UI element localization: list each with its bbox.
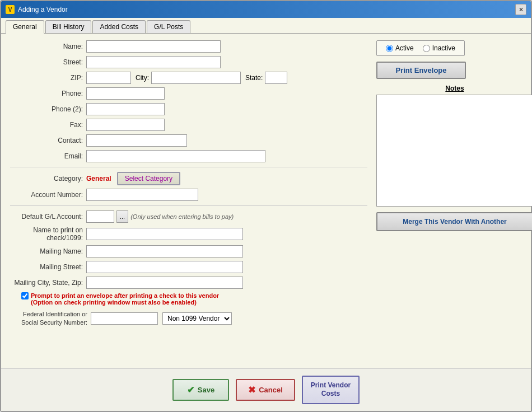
save-check-icon: ✔ [187,385,194,395]
active-radio[interactable] [386,45,393,52]
fax-row: Fax: [10,119,367,131]
vendor-type-select[interactable]: Non 1099 Vendor 1099 Vendor [162,312,232,325]
city-label: City: [136,74,149,82]
city-input[interactable] [151,72,241,84]
save-label: Save [198,386,214,394]
contact-label: Contact: [10,137,83,144]
street-input[interactable] [86,56,221,68]
tab-general[interactable]: General [6,20,44,34]
name-label: Name: [10,43,83,50]
gl-account-label: Default G/L Account: [10,213,83,221]
zip-city-state-row: ZIP: City: State: [10,72,367,84]
tab-bar: General Bill History Added Costs G/L Pos… [1,18,531,34]
phone-input[interactable] [86,87,165,100]
active-radio-label: Active [395,44,414,52]
state-input[interactable] [265,72,287,84]
category-label: Category: [10,175,83,182]
gl-hint: (Only used when entering bills to pay) [130,213,234,220]
mailing-street-label: Mailing Street: [10,263,83,271]
street-row: Street: [10,56,367,68]
envelope-checkbox-label: Prompt to print an envelope after printi… [31,292,219,306]
gl-account-row: Default G/L Account: ... (Only used when… [10,210,367,223]
form-section: Name: Street: ZIP: City: State: [10,40,522,327]
close-button[interactable]: ✕ [515,4,526,15]
envelope-checkbox-row: Prompt to print an envelope after printi… [21,292,367,306]
cancel-label: Cancel [259,386,283,394]
notes-section: Notes [376,85,532,207]
merge-vendor-button[interactable]: Merge This Vendor With Another [376,212,532,231]
mailing-name-row: Mailing Name: [10,245,367,258]
print-vendor-costs-button[interactable]: Print Vendor Costs [302,376,360,404]
print-costs-line2: Costs [321,390,340,397]
street-label: Street: [10,58,83,66]
phone-row: Phone: [10,87,367,100]
federal-id-input[interactable] [91,312,158,325]
contact-input[interactable] [86,134,187,147]
phone2-row: Phone (2): [10,103,367,115]
email-label: Email: [10,152,83,160]
envelope-checkbox[interactable] [21,292,29,299]
status-radio-group: Active Inactive [376,40,465,56]
name-on-check-row: Name to print on check/1099: [10,226,367,242]
print-costs-line1: Print Vendor [311,381,351,389]
name-row: Name: [10,40,367,53]
select-category-button[interactable]: Select Category [117,172,180,185]
category-row: Category: General Select Category [10,172,367,185]
notes-textarea[interactable] [376,95,532,207]
gl-account-input[interactable] [86,210,114,223]
cancel-button[interactable]: ✖ Cancel [236,379,295,401]
zip-input[interactable] [86,72,131,84]
main-window: V Adding a Vendor ✕ General Bill History… [0,0,532,412]
left-section: Name: Street: ZIP: City: State: [10,40,367,327]
phone2-input[interactable] [86,103,165,115]
inactive-radio-label: Inactive [432,44,455,52]
category-value: General [86,175,111,182]
title-bar-left: V Adding a Vendor [6,5,68,14]
name-on-check-input[interactable] [86,228,243,240]
federal-id-section: Federal Identification or Social Securit… [21,310,367,327]
contact-row: Contact: [10,134,367,147]
mailing-street-input[interactable] [86,261,243,273]
footer-bar: ✔ Save ✖ Cancel Print Vendor Costs [1,368,531,411]
title-bar: V Adding a Vendor ✕ [1,1,531,18]
zip-label: ZIP: [10,74,83,82]
name-input[interactable] [86,40,221,53]
notes-label: Notes [445,85,464,92]
account-number-input[interactable] [86,189,198,201]
main-content: Name: Street: ZIP: City: State: [1,34,531,368]
gl-browse-button[interactable]: ... [116,210,128,223]
phone-label: Phone: [10,90,83,97]
name-on-check-label: Name to print on check/1099: [10,226,83,242]
mailing-street-row: Mailing Street: [10,261,367,273]
mailing-name-input[interactable] [86,245,243,258]
federal-id-label: Federal Identification or Social Securit… [21,310,87,327]
account-number-row: Account Number: [10,189,367,201]
active-radio-option: Active [386,44,414,52]
cancel-x-icon: ✖ [248,385,255,395]
right-section: Active Inactive Print Envelope Notes Mer… [376,40,522,327]
tab-bill-history[interactable]: Bill History [45,20,92,33]
account-number-label: Account Number: [10,191,83,199]
tab-added-costs[interactable]: Added Costs [92,20,146,33]
save-button[interactable]: ✔ Save [172,379,229,401]
email-input[interactable] [86,150,265,162]
mailing-name-label: Mailing Name: [10,247,83,255]
fax-input[interactable] [86,119,165,131]
app-icon: V [6,5,15,14]
inactive-radio[interactable] [423,45,430,52]
phone2-label: Phone (2): [10,105,83,113]
email-row: Email: [10,150,367,162]
mailing-city-input[interactable] [86,277,243,289]
mailing-city-label: Mailing City, State, Zip: [10,279,83,287]
mailing-city-row: Mailing City, State, Zip: [10,277,367,289]
fax-label: Fax: [10,121,83,129]
window-title: Adding a Vendor [18,6,68,13]
tab-gl-posts[interactable]: G/L Posts [147,20,190,33]
inactive-radio-option: Inactive [423,44,455,52]
print-envelope-button[interactable]: Print Envelope [376,62,466,79]
state-label: State: [245,74,263,82]
